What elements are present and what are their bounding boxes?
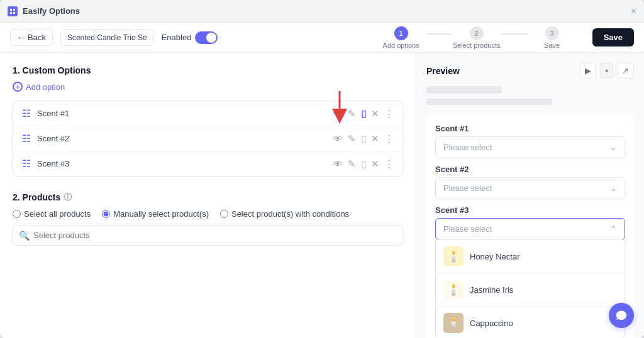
svg-rect-2: [10, 12, 12, 14]
dropdown-item-jasmine[interactable]: 🕯️ Jasmine Iris: [436, 273, 625, 307]
jasmine-iris-label: Jasmine Iris: [470, 285, 513, 295]
edit-icon-1[interactable]: ✎: [348, 108, 356, 119]
add-option-button[interactable]: + Add option: [13, 82, 65, 92]
step-1-circle: 1: [394, 26, 408, 40]
save-button[interactable]: Save: [592, 28, 634, 46]
step-2-circle: 2: [470, 26, 484, 40]
option-label-1: Scent #1: [37, 109, 327, 118]
option-label-2: Scent #2: [37, 134, 327, 143]
chevron-down-icon-2: ⌄: [610, 183, 617, 193]
step-3: 3 Save: [527, 26, 577, 49]
main-content: 1. Custom Options + Add option: [0, 53, 644, 338]
enabled-toggle: Enabled: [162, 31, 218, 44]
edit-icon-3[interactable]: ✎: [348, 158, 356, 170]
step-3-circle: 3: [545, 26, 559, 40]
step-connector-1: [426, 33, 452, 35]
custom-options-title: 1. Custom Options: [13, 65, 403, 75]
products-title: 2. Products ⓘ: [13, 192, 403, 203]
dropdown-item-honey[interactable]: 🕯️ Honey Nectar: [436, 240, 625, 273]
preview-mobile-btn[interactable]: ▪: [600, 63, 613, 79]
add-option-icon: +: [13, 82, 23, 92]
copy-icon-3[interactable]: ▯: [361, 158, 366, 170]
product-name-tag: Scented Candle Trio Se: [60, 30, 154, 46]
preview-expand-btn[interactable]: ↗: [617, 63, 634, 79]
drag-icon-2[interactable]: ⋮: [384, 133, 394, 144]
option-label-3: Scent #3: [37, 159, 327, 168]
toolbar: ← Back Scented Candle Trio Se Enabled 1 …: [0, 23, 644, 53]
option-icon-2: ☷: [22, 133, 31, 144]
scent-3-dropdown[interactable]: Please select ⌃: [435, 218, 625, 240]
titlebar: Easify Options ×: [0, 0, 644, 23]
step-3-label: Save: [544, 41, 560, 49]
close-button[interactable]: ×: [631, 6, 636, 17]
search-input-wrap: 🔍: [13, 225, 403, 246]
toggle-thumb: [206, 33, 216, 43]
cappuccino-thumb: 🕯️: [443, 313, 464, 333]
step-2-label: Select products: [453, 41, 501, 49]
visibility-icon-3[interactable]: 👁: [333, 158, 343, 169]
toggle-track[interactable]: [195, 31, 218, 44]
right-panel: Preview ▶ ▪ ↗ Scent #1 Please select: [416, 53, 644, 338]
step-2: 2 Select products: [452, 26, 502, 49]
radio-all[interactable]: Select all products: [13, 209, 91, 219]
chevron-up-icon-3: ⌃: [610, 224, 617, 234]
visibility-icon-1[interactable]: 👁: [333, 108, 343, 119]
delete-icon-2[interactable]: ✕: [371, 133, 379, 144]
honey-nectar-label: Honey Nectar: [470, 252, 519, 261]
app-window: Easify Options × ← Back Scented Candle T…: [0, 0, 644, 338]
drag-icon-1[interactable]: ⋮: [384, 108, 394, 119]
drag-icon-3[interactable]: ⋮: [384, 158, 394, 170]
skeleton-subtitle: [426, 99, 552, 105]
copy-icon-2[interactable]: ▯: [361, 133, 366, 144]
skeleton-title: [426, 86, 502, 94]
copy-icon-1[interactable]: ▯: [361, 108, 366, 119]
option-row-2: ☷ Scent #2 👁 ✎ ▯ ✕ ⋮: [13, 126, 402, 151]
scent-3-menu: 🕯️ Honey Nectar 🕯️ Jasmine Iris 🕯️ Cappu…: [435, 239, 625, 338]
svg-rect-1: [13, 9, 15, 11]
option-icon-1: ☷: [22, 107, 31, 119]
titlebar-left: Easify Options: [8, 6, 80, 16]
preview-icons: ▶ ▪: [580, 63, 613, 79]
search-icon: 🔍: [19, 231, 30, 241]
dropdown-item-cappuccino[interactable]: 🕯️ Cappuccino: [436, 307, 625, 338]
cappuccino-label: Cappuccino: [470, 319, 513, 328]
scent-3-label: Scent #3: [435, 205, 625, 215]
step-1-label: Add options: [383, 41, 419, 49]
svg-rect-0: [10, 9, 12, 11]
radio-conditions[interactable]: Select product(s) with conditions: [220, 209, 349, 219]
chat-button[interactable]: [609, 303, 634, 328]
step-connector-2: [502, 33, 527, 35]
option-row-1: ☷ Scent #1 👁 ✎ ▯ ✕ ⋮: [13, 101, 402, 126]
delete-icon-1[interactable]: ✕: [371, 108, 379, 119]
jasmine-iris-thumb: 🕯️: [443, 280, 464, 300]
product-search-input[interactable]: [13, 225, 403, 246]
scent-2-dropdown[interactable]: Please select ⌄: [435, 177, 625, 199]
scent-3-placeholder: Please select: [443, 224, 492, 234]
back-icon: ←: [17, 33, 25, 42]
preview-desktop-btn[interactable]: ▶: [580, 63, 596, 79]
svg-rect-3: [13, 12, 15, 14]
preview-content: Scent #1 Please select ⌄ Scent #2 Please…: [426, 115, 634, 338]
left-panel: 1. Custom Options + Add option: [0, 53, 416, 338]
radio-group: Select all products Manually select prod…: [13, 209, 403, 219]
add-option-label: Add option: [26, 82, 65, 92]
option-actions-3: 👁 ✎ ▯ ✕ ⋮: [333, 158, 394, 170]
delete-icon-3[interactable]: ✕: [371, 158, 379, 170]
preview-header: Preview ▶ ▪ ↗: [426, 63, 634, 79]
preview-title: Preview: [426, 66, 460, 76]
visibility-icon-2[interactable]: 👁: [333, 133, 343, 144]
edit-icon-2[interactable]: ✎: [348, 133, 356, 144]
step-1: 1 Add options: [376, 26, 426, 49]
option-icon-3: ☷: [22, 158, 31, 170]
info-icon: ⓘ: [64, 192, 72, 203]
scent-1-label: Scent #1: [435, 124, 625, 133]
scent-1-placeholder: Please select: [443, 143, 492, 152]
options-list: ☷ Scent #1 👁 ✎ ▯ ✕ ⋮ ☷ Scent #2: [13, 101, 403, 177]
app-logo: [8, 6, 18, 16]
radio-manual[interactable]: Manually select product(s): [102, 209, 209, 219]
option-row-3: ☷ Scent #3 👁 ✎ ▯ ✕ ⋮: [13, 151, 402, 176]
products-section: 2. Products ⓘ Select all products Manual…: [13, 192, 403, 246]
back-button[interactable]: ← Back: [10, 29, 53, 46]
scent-1-dropdown[interactable]: Please select ⌄: [435, 136, 625, 158]
app-title: Easify Options: [23, 6, 80, 16]
